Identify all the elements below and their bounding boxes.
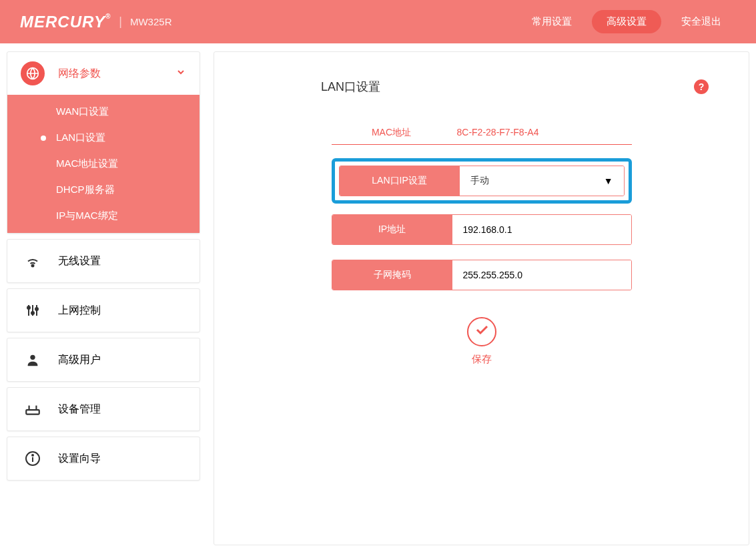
svg-point-14: [32, 455, 33, 456]
top-nav: 常用设置 高级设置 安全退出: [517, 10, 736, 33]
lan-ip-setting-select[interactable]: 手动 ▼: [460, 166, 624, 196]
menu-device[interactable]: 设备管理: [7, 387, 200, 431]
globe-icon: [21, 61, 45, 85]
lan-ip-setting-label: LAN口IP设置: [340, 166, 460, 196]
chevron-down-icon: [175, 67, 186, 80]
lan-ip-setting-row: LAN口IP设置 手动 ▼: [339, 166, 625, 196]
menu-network: 网络参数 WAN口设置 LAN口设置 MAC地址设置 DHCP服务器 IP与MA…: [7, 51, 200, 234]
subnet-row: 子网掩码: [332, 260, 632, 290]
highlight-annotation: LAN口IP设置 手动 ▼: [332, 158, 632, 204]
page-title: LAN口设置: [321, 79, 694, 95]
menu-wizard-label: 设置向导: [58, 452, 186, 466]
menu-wireless[interactable]: 无线设置: [7, 239, 200, 283]
content-panel: LAN口设置 ? MAC地址 8C-F2-28-F7-F8-A4 LAN口IP设…: [214, 51, 749, 545]
wifi-icon: [21, 249, 45, 273]
mac-value: 8C-F2-28-F7-F8-A4: [452, 127, 632, 139]
mac-row: MAC地址 8C-F2-28-F7-F8-A4: [332, 121, 632, 145]
nav-advanced-settings[interactable]: 高级设置: [592, 10, 661, 33]
menu-device-label: 设备管理: [58, 402, 186, 417]
ip-address-label: IP地址: [332, 215, 452, 244]
lan-ip-setting-value: 手动: [470, 175, 489, 187]
save-label: 保存: [332, 353, 632, 366]
svg-point-7: [35, 308, 38, 310]
model-label: MW325R: [130, 16, 172, 27]
subnet-label: 子网掩码: [332, 260, 452, 290]
menu-wireless-label: 无线设置: [58, 254, 186, 268]
sidebar-item-ipmac[interactable]: IP与MAC绑定: [7, 203, 200, 229]
menu-access-control[interactable]: 上网控制: [7, 288, 200, 332]
help-icon[interactable]: ?: [694, 79, 709, 94]
ip-address-row: IP地址: [332, 214, 632, 245]
mac-label: MAC地址: [332, 127, 452, 139]
svg-rect-9: [26, 410, 39, 415]
menu-advanced-user[interactable]: 高级用户: [7, 338, 200, 382]
sidebar-item-mac[interactable]: MAC地址设置: [7, 151, 200, 177]
svg-point-5: [27, 306, 30, 309]
sidebar-item-label: DHCP服务器: [56, 184, 115, 196]
bullet-icon: [41, 135, 46, 141]
sidebar: 网络参数 WAN口设置 LAN口设置 MAC地址设置 DHCP服务器 IP与MA…: [7, 51, 200, 545]
subnet-input[interactable]: [463, 270, 621, 280]
sidebar-item-lan[interactable]: LAN口设置: [7, 125, 200, 151]
menu-access-label: 上网控制: [58, 304, 186, 318]
sidebar-item-label: LAN口设置: [56, 131, 105, 144]
menu-network-head[interactable]: 网络参数: [7, 52, 200, 95]
info-icon: [21, 447, 45, 471]
router-icon: [21, 397, 45, 421]
dropdown-arrow-icon: ▼: [604, 176, 613, 186]
menu-wizard[interactable]: 设置向导: [7, 437, 200, 481]
menu-network-label: 网络参数: [58, 67, 162, 81]
ip-address-input[interactable]: [463, 224, 621, 235]
sidebar-item-wan[interactable]: WAN口设置: [7, 99, 200, 125]
brand-logo: MERCURY®: [20, 13, 111, 31]
save-button[interactable]: [467, 317, 496, 346]
logo-area: MERCURY® | MW325R: [20, 13, 517, 31]
nav-common-settings[interactable]: 常用设置: [517, 10, 587, 33]
user-icon: [21, 348, 45, 372]
submenu-network: WAN口设置 LAN口设置 MAC地址设置 DHCP服务器 IP与MAC绑定: [7, 95, 200, 233]
sidebar-item-label: MAC地址设置: [56, 158, 118, 170]
menu-advanced-user-label: 高级用户: [58, 353, 186, 367]
save-area: 保存: [332, 317, 632, 366]
svg-point-6: [31, 312, 34, 314]
sliders-icon: [21, 298, 45, 322]
nav-logout[interactable]: 安全退出: [667, 10, 736, 33]
sidebar-item-label: WAN口设置: [56, 105, 109, 118]
sidebar-item-label: IP与MAC绑定: [56, 210, 118, 222]
svg-point-1: [32, 265, 34, 267]
header: MERCURY® | MW325R 常用设置 高级设置 安全退出: [0, 0, 756, 43]
divider: |: [119, 15, 122, 29]
svg-point-8: [30, 355, 35, 360]
form-area: MAC地址 8C-F2-28-F7-F8-A4 LAN口IP设置 手动 ▼ IP…: [332, 121, 632, 366]
sidebar-item-dhcp[interactable]: DHCP服务器: [7, 177, 200, 203]
check-icon: [474, 322, 490, 342]
